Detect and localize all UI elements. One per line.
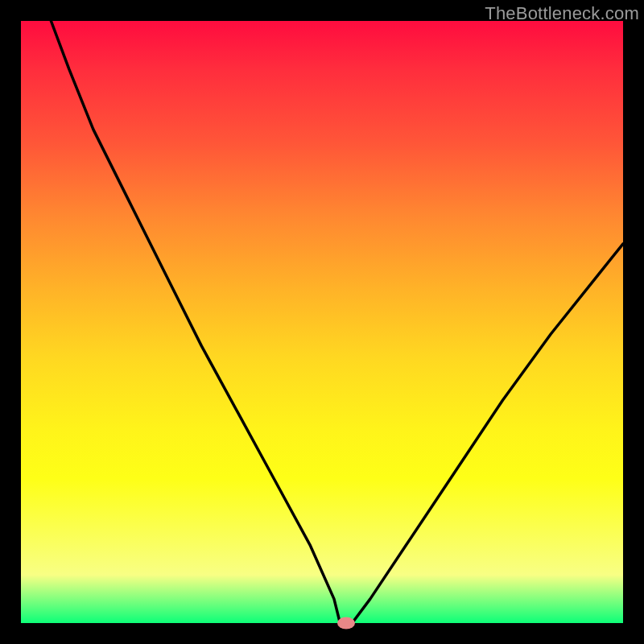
plot-area [21, 21, 623, 623]
bottleneck-curve [21, 21, 623, 623]
watermark-text: TheBottleneck.com [485, 3, 639, 24]
optimal-point-marker [337, 617, 355, 630]
